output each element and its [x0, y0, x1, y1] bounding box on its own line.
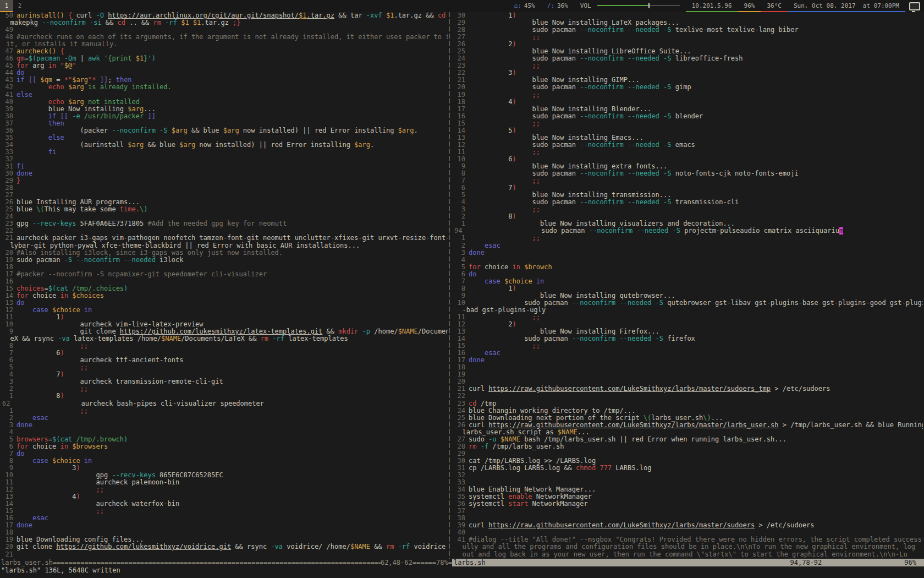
code-row[interactable]: 9 blue Now installing qutebrowser...	[453, 292, 923, 299]
code-row[interactable]: eX && rsync -va latex-templates /home/$N…	[1, 335, 448, 342]
code-row[interactable]: 8 ;;	[1, 342, 448, 350]
code-row[interactable]: 17done	[1, 522, 448, 529]
code-row[interactable]: 23cd /tmp	[453, 400, 923, 407]
code-row[interactable]: 34 (aurinstall $arg && blue $arg now ins…	[1, 141, 448, 149]
code-row[interactable]: 8 case $choice in	[1, 457, 448, 465]
code-row[interactable]: 47aurcheck() {	[1, 48, 448, 55]
code-row[interactable]: 6for choice in $browsers	[1, 443, 448, 450]
monitor-tray-icon[interactable]	[909, 2, 920, 10]
code-row[interactable]: 10 aurcheck vim-live-latex-preview	[1, 321, 448, 328]
code-row[interactable]: 23gpg --recv-keys 5FAF0A6EE7371805 #Add …	[1, 220, 448, 227]
code-row[interactable]: 18	[453, 364, 923, 371]
code-row[interactable]: 4	[453, 257, 923, 264]
code-row[interactable]: 14 sudo pacman --noconfirm --needed -S f…	[453, 335, 923, 342]
code-row[interactable]: 43if [[ $qm = *"$arg"* ]]; then	[1, 77, 448, 84]
code-row[interactable]: larbs_user.sh script as $NAME...	[453, 429, 923, 436]
volume-handle[interactable]	[648, 3, 650, 8]
code-row[interactable]: 3done	[453, 249, 923, 257]
code-row[interactable]: 48#aurcheck runs on each of its argument…	[1, 34, 448, 41]
code-row[interactable]: 29	[453, 450, 923, 457]
code-row[interactable]: 7 ;;	[453, 177, 923, 184]
code-row[interactable]: 27sudo -u $NAME bash /tmp/larbs_user.sh …	[453, 436, 923, 443]
code-row[interactable]: 18	[1, 264, 448, 271]
code-row[interactable]: 3done	[1, 422, 448, 429]
code-row[interactable]: 11 ;;	[453, 314, 923, 321]
code-row[interactable]: 5 blue Now installing transmission...	[453, 192, 923, 199]
code-row[interactable]: 13 blue Now installing Firefox...	[453, 328, 923, 335]
code-row[interactable]: 24 sudo pacman --noconfirm --needed -S l…	[453, 55, 923, 62]
code-row[interactable]: 9 3)	[1, 465, 448, 472]
code-row[interactable]: 32	[1, 156, 448, 163]
code-row[interactable]: lybar-git python-pywal xfce-theme-blackb…	[1, 242, 448, 249]
code-row[interactable]: 10 6)	[453, 156, 923, 163]
code-row[interactable]: 14 aurcheck waterfox-bin	[1, 500, 448, 508]
code-row[interactable]: 2 8)	[453, 213, 923, 220]
code-row[interactable]: 29 blue Now installing LaTeX packages...	[453, 19, 923, 26]
code-row[interactable]: 25blue Downloading next portion of the s…	[453, 415, 923, 422]
vim-left-pane[interactable]: 50aurinstall() { curl -O https://aur.arc…	[0, 12, 448, 559]
code-row[interactable]: 5 ;;	[1, 364, 448, 371]
code-row[interactable]: 12 ;;	[1, 486, 448, 493]
code-row[interactable]: 15choices=$(cat /tmp/.choices)	[1, 285, 448, 292]
code-row[interactable]: 19sudo pacman -S --noconfirm --needed i3…	[1, 257, 448, 264]
code-row[interactable]: 30done	[1, 170, 448, 177]
code-row[interactable]: 30 1)	[453, 12, 923, 19]
code-row[interactable]: 24	[1, 213, 448, 220]
code-row[interactable]: 18 4)	[453, 99, 923, 106]
code-row[interactable]: 49	[1, 26, 448, 34]
code-row[interactable]: 3 ;;	[453, 206, 923, 213]
code-row[interactable]: 36systemctl start NetworkManager	[453, 500, 923, 508]
vim-command-line[interactable]: "larbs.sh" 136L, 5648C written	[1, 566, 923, 578]
code-row[interactable]: 21curl https://raw.githubusercontent.com…	[453, 385, 923, 392]
code-row[interactable]: 20git clone https://github.com/lukesmith…	[1, 543, 448, 550]
volume-slider[interactable]	[597, 5, 680, 6]
code-row[interactable]: 1 ;;	[453, 235, 923, 242]
code-row[interactable]: 19blue Downloading config files...	[1, 536, 448, 543]
code-row[interactable]: 44do	[1, 69, 448, 77]
code-row[interactable]: 25 blue Now installing LibreOffice Suite…	[453, 48, 923, 55]
code-row[interactable]: 5browsers=$(cat /tmp/.browch)	[1, 436, 448, 443]
code-row[interactable]: 19	[453, 371, 923, 378]
code-row[interactable]: 1 8)	[1, 392, 448, 400]
code-row[interactable]: 30cat /tmp/LARBS.log >> /LARBS.log	[453, 457, 923, 465]
code-row[interactable]: 4	[1, 429, 448, 436]
code-row[interactable]: 1 blue Now installing visualizers and de…	[453, 220, 923, 227]
code-row[interactable]: 2 ;;	[1, 385, 448, 392]
code-row[interactable]: 6do	[453, 271, 923, 278]
code-row[interactable]: 10 sudo pacman --noconfirm --needed -S q…	[453, 299, 923, 307]
code-row[interactable]: 17 blue Now installing Blender...	[453, 106, 923, 113]
code-row[interactable]: 18	[1, 529, 448, 536]
code-row[interactable]: 37 then	[1, 120, 448, 127]
code-row[interactable]: 38 if [[ -e /usr/bin/packer ]]	[1, 113, 448, 120]
code-row[interactable]: 4 sudo pacman --noconfirm --needed -S tr…	[453, 199, 923, 206]
code-row[interactable]: 50aurinstall() { curl -O https://aur.arc…	[1, 12, 448, 19]
code-row[interactable]: ully and all the programs and configurat…	[453, 543, 923, 550]
code-row[interactable]: 7 case $choice in	[453, 278, 923, 285]
code-row[interactable]: 3 aurcheck transmission-remote-cli-git	[1, 378, 448, 385]
code-row[interactable]: 12 sudo pacman --noconfirm --needed -S e…	[453, 141, 923, 149]
code-row[interactable]: 7do	[1, 450, 448, 457]
code-row[interactable]: 14for choice in $choices	[1, 292, 448, 299]
code-row[interactable]: 13do	[1, 299, 448, 307]
code-row[interactable]: 4 7)	[1, 371, 448, 378]
code-row[interactable]: 22	[453, 392, 923, 400]
code-row[interactable]: 16 esac	[1, 515, 448, 522]
code-row[interactable]: 41else	[1, 91, 448, 99]
code-row[interactable]: 17#packer --noconfirm -S ncpamixer-git s…	[1, 271, 448, 278]
code-row[interactable]: 38	[453, 515, 923, 522]
code-row[interactable]: 11 1)	[1, 314, 448, 321]
code-row[interactable]: 9 blue Now installing extra fonts...	[453, 163, 923, 170]
code-row[interactable]: makepkg --noconfirm -si && cd .. && rm -…	[1, 19, 448, 26]
code-row[interactable]: 13 4)	[1, 493, 448, 500]
code-row[interactable]: 20	[453, 378, 923, 385]
code-row[interactable]: 11 ;;	[453, 149, 923, 156]
code-row[interactable]: 2 esac	[453, 242, 923, 249]
code-row[interactable]: 62 aurcheck bash-pipes cli-visualizer sp…	[1, 400, 448, 407]
code-row[interactable]: 11 aurcheck palemoon-bin	[1, 479, 448, 486]
vertical-split-separator[interactable]	[448, 12, 452, 559]
workspace-1[interactable]: 1	[0, 0, 13, 12]
code-row[interactable]: 13 blue Now installing Emacs...	[453, 134, 923, 141]
code-row[interactable]: 22 3)	[453, 69, 923, 77]
code-row[interactable]: 28rm -f /tmp/larbs_user.sh	[453, 443, 923, 450]
code-row[interactable]: 41#dialog --title "All done!" --msgbox "…	[453, 536, 923, 543]
